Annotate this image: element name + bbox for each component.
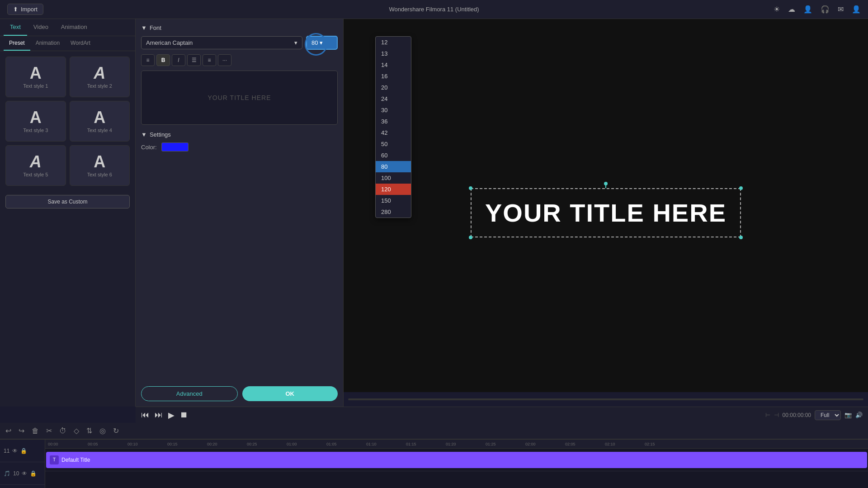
eye-icon-11[interactable]: 👁 [12,448,18,454]
table-row [45,471,868,488]
ruler-mark: 02:00 [524,442,564,446]
subtab-preset[interactable]: Preset [4,36,30,51]
color-swatch[interactable] [161,142,189,152]
tab-animation[interactable]: Animation [55,19,94,36]
size-option-280[interactable]: 280 [376,206,411,218]
advanced-button[interactable]: Advanced [141,386,238,401]
ruler-mark: 00:00 [47,442,87,446]
font-selector[interactable]: American Captain ▾ [141,36,302,49]
ruler-marks: 00:00 00:05 00:10 00:15 00:20 00:25 01:0… [47,442,684,446]
handle-top-left[interactable] [469,186,472,190]
headset-icon[interactable]: 🎧 [821,5,830,14]
app-title: Wondershare Filmora 11 (Untitled) [389,6,479,13]
list-item[interactable]: A Text style 6 [70,145,130,186]
size-option-20[interactable]: 20 [376,82,411,93]
subtab-animation[interactable]: Animation [30,36,65,51]
handle-bottom-right[interactable] [739,236,743,239]
size-option-80[interactable]: 80 [376,161,411,172]
ruler-mark: 00:20 [206,442,246,446]
size-option-100[interactable]: 100 [376,172,411,184]
list-item[interactable]: A Text style 4 [70,101,130,142]
tab-text[interactable]: Text [4,19,27,36]
subtab-wordart[interactable]: WordArt [65,36,96,51]
align-left-button[interactable]: ≡ [141,54,155,66]
redo-icon[interactable]: ↪ [17,425,26,437]
zoom-select[interactable]: Full [815,410,841,420]
bold-button[interactable]: B [156,54,170,66]
motion-icon[interactable]: ◎ [98,425,108,437]
playback-bar: ⏮ ⏭ ▶ ⏹ ⊢ ⊣ 00:00:00:00 Full 📷 🔊 [136,407,868,423]
ok-button[interactable]: OK [242,386,338,401]
timeline-tracks: T Default Title [45,449,868,488]
size-option-14[interactable]: 14 [376,59,411,71]
preview-text: YOUR TITLE HERE [208,94,271,101]
ruler-mark: 00:05 [87,442,127,446]
size-option-24[interactable]: 24 [376,93,411,104]
size-option-13[interactable]: 13 [376,48,411,59]
list-item[interactable]: A Text style 1 [5,57,66,97]
more-button[interactable]: ··· [218,54,231,66]
size-option-150[interactable]: 150 [376,195,411,206]
save-custom-button[interactable]: Save as Custom [5,195,130,208]
size-option-42[interactable]: 42 [376,127,411,138]
screenshot-icon[interactable]: 📷 [844,412,852,418]
timeline-ruler: 00:00 00:05 00:10 00:15 00:20 00:25 01:0… [45,440,868,449]
lock-icon-10[interactable]: 🔒 [30,470,37,477]
text-preview-area[interactable]: YOUR TITLE HERE [141,71,338,125]
size-option-12[interactable]: 12 [376,37,411,48]
cloud-icon[interactable]: ☁ [788,5,795,14]
preview-progress-bar[interactable] [348,398,863,400]
ruler-mark: 01:20 [445,442,485,446]
clip-default-title[interactable]: T Default Title [46,452,867,468]
left-panel: Text Video Animation Preset Animation Wo… [0,19,136,407]
account-icon[interactable]: 👤 [852,5,861,14]
sun-icon[interactable]: ☀ [774,5,780,14]
ruler-mark: 00:25 [246,442,286,446]
size-dropdown: 12 13 14 16 20 24 30 36 42 50 60 80 100 … [375,36,411,218]
play-button[interactable]: ▶ [168,410,175,420]
align-right-button[interactable]: ≡ [203,54,216,66]
chevron-down-icon: ▾ [294,39,297,46]
size-option-36[interactable]: 36 [376,116,411,127]
timeline-left: 11 👁 🔒 🎵 10 👁 🔒 🎵 9 👁 🔒 [0,440,45,488]
timer-icon[interactable]: ⏱ [57,425,68,437]
lock-icon-11[interactable]: 🔒 [20,448,27,454]
style-letter: A [30,65,42,81]
size-option-16[interactable]: 16 [376,71,411,82]
cut-icon[interactable]: ✂ [44,425,54,437]
eye-icon-10[interactable]: 👁 [22,470,27,477]
handle-top-center[interactable] [604,182,608,185]
list-item[interactable]: A Text style 2 [70,57,130,97]
mask-icon[interactable]: ◇ [72,425,81,437]
size-option-30[interactable]: 30 [376,104,411,116]
handle-bottom-left[interactable] [469,236,472,239]
nav-tabs: Text Video Animation [0,19,135,36]
size-option-120[interactable]: 120 [376,184,411,195]
ruler-mark: 01:05 [326,442,365,446]
user-icon[interactable]: 👤 [803,5,812,14]
italic-button[interactable]: I [172,54,185,66]
volume-icon[interactable]: 🔊 [855,412,863,418]
stop-button[interactable]: ⏹ [180,410,188,420]
ruler-mark: 02:10 [604,442,644,446]
list-item[interactable]: A Text style 5 [5,145,66,186]
size-option-50[interactable]: 50 [376,138,411,150]
timeline: 11 👁 🔒 🎵 10 👁 🔒 🎵 9 👁 🔒 00:00 00:05 00:1… [0,439,868,488]
refresh-icon[interactable]: ↻ [111,425,121,437]
preview-controls [344,392,868,407]
tab-video[interactable]: Video [27,19,55,36]
handle-top-right[interactable] [739,186,743,190]
delete-icon[interactable]: 🗑 [30,425,41,437]
step-back-button[interactable]: ⏭ [155,410,163,420]
undo-icon[interactable]: ↩ [4,425,13,437]
sort-icon[interactable]: ⇅ [85,425,94,437]
font-section-header: ▼ Font [141,24,338,31]
style-grid: A Text style 1 A Text style 2 A Text sty… [0,51,135,191]
font-size-input[interactable]: 80 ▾ [306,36,338,50]
mail-icon[interactable]: ✉ [838,5,844,14]
list-item[interactable]: A Text style 3 [5,101,66,142]
import-button[interactable]: ⬆ Import [7,4,43,15]
rewind-button[interactable]: ⏮ [141,410,149,420]
size-option-60[interactable]: 60 [376,150,411,161]
align-center-button[interactable]: ☰ [187,54,201,66]
